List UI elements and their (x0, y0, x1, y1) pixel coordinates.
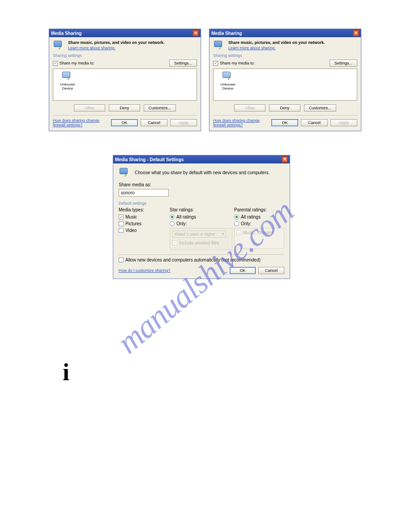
cancel-button[interactable]: Cancel (258, 267, 284, 274)
section-label: Sharing settings (53, 53, 197, 58)
device-item[interactable]: ✓ Unknown Device (55, 71, 80, 90)
ok-button[interactable]: OK (271, 119, 298, 126)
settings-button[interactable]: Settings... (330, 60, 357, 67)
share-as-label: Share media as: (119, 182, 284, 187)
settings-button[interactable]: Settings... (169, 60, 197, 67)
media-sharing-icon: ♪ (213, 40, 226, 51)
media-sharing-icon: ♪ (119, 167, 131, 178)
device-label: Unknown Device (215, 82, 240, 90)
customize-button[interactable]: Customize... (304, 104, 336, 112)
device-icon: ✓ (222, 71, 234, 82)
dialog-description: Share music, pictures, and video on your… (228, 40, 325, 45)
all-ratings-radio[interactable]: All ratings (170, 215, 232, 219)
info-icon: i (63, 358, 69, 386)
share-as-input[interactable] (119, 189, 169, 197)
video-checkbox[interactable]: Video (119, 228, 168, 233)
titlebar: Media Sharing ✕ (49, 29, 201, 37)
customize-sharing-link[interactable]: How do I customize sharing? (119, 268, 171, 273)
deny-button[interactable]: Deny (109, 104, 140, 112)
pictures-checkbox[interactable]: Pictures (119, 221, 168, 226)
titlebar: Media Sharing - Default Settings ✕ (113, 155, 290, 163)
device-icon: ✓ (61, 71, 74, 82)
rating-combo: Rated 2 stars or higher (172, 231, 226, 238)
close-icon[interactable]: ✕ (193, 30, 199, 36)
device-list[interactable]: ✓ Unknown Device (53, 69, 197, 101)
learn-more-link[interactable]: Learn more about sharing. (228, 46, 276, 50)
deny-button[interactable]: Deny (269, 104, 300, 112)
ok-button[interactable]: OK (111, 119, 138, 126)
share-media-checkbox[interactable]: ✓ Share my media to: (53, 61, 94, 66)
device-label: Unknown Device (55, 82, 80, 90)
learn-more-link[interactable]: Learn more about sharing. (68, 46, 116, 50)
allow-button: Allow (234, 104, 265, 112)
include-unrated-label: Include unrated files (179, 240, 219, 245)
firewall-link[interactable]: How does sharing change firewall setting… (53, 118, 111, 127)
device-item[interactable]: ✓ Unknown Device (215, 71, 240, 90)
only-radio[interactable]: Only: (170, 221, 232, 226)
dialog-title: Media Sharing (51, 31, 81, 36)
media-types-label: Media types: (119, 207, 168, 212)
customize-button[interactable]: Customize... (144, 104, 176, 112)
section-label: Sharing settings (213, 53, 357, 58)
media-sharing-dialog-right: Media Sharing ✕ ♪ Share music, pictures,… (209, 29, 361, 131)
dialog-intro: Choose what you share by default with ne… (135, 170, 270, 175)
firewall-link[interactable]: How does sharing change firewall setting… (213, 118, 271, 127)
close-icon[interactable]: ✕ (353, 30, 359, 36)
media-sharing-icon: ♪ (53, 40, 65, 51)
dialog-description: Share music, pictures, and video on your… (68, 40, 165, 45)
default-settings-label: Default settings (119, 201, 284, 206)
star-ratings-label: Star ratings: (170, 207, 232, 212)
allow-button: Allow (74, 104, 105, 112)
apply-button: Apply (170, 119, 197, 126)
dialog-title: Media Sharing - Default Settings (115, 157, 184, 162)
cancel-button[interactable]: Cancel (301, 119, 328, 126)
share-media-checkbox[interactable]: ✓ Share my media to: (213, 61, 255, 66)
cancel-button[interactable]: Cancel (141, 119, 167, 126)
music-checkbox[interactable]: ✓Music (119, 215, 168, 219)
titlebar: Media Sharing ✕ (210, 29, 361, 37)
device-list[interactable]: ✓ Unknown Device (213, 69, 357, 101)
media-sharing-dialog-left: Media Sharing ✕ ♪ Share music, pictures,… (49, 29, 201, 131)
dialog-title: Media Sharing (211, 31, 242, 36)
close-icon[interactable]: ✕ (282, 156, 288, 163)
apply-button: Apply (330, 119, 357, 126)
